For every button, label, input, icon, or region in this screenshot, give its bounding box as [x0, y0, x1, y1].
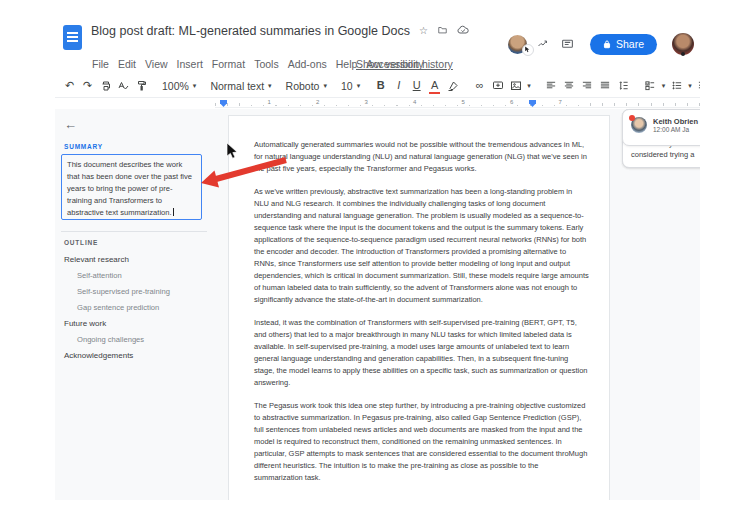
- document-canvas: ← SUMMARY This document describes the wo…: [55, 109, 700, 500]
- align-left-icon[interactable]: [545, 78, 558, 93]
- panel-divider: [61, 231, 207, 232]
- comment-text-line: considered trying a: [631, 149, 700, 160]
- outline-item[interactable]: Future work: [64, 315, 213, 331]
- move-folder-icon[interactable]: [437, 25, 448, 37]
- user-avatar[interactable]: [672, 33, 694, 55]
- docs-logo-icon[interactable]: [63, 25, 82, 50]
- chevron-down-icon[interactable]: ▾: [527, 82, 531, 90]
- header-actions: Share: [508, 30, 694, 58]
- ruler-number: 3: [342, 99, 391, 105]
- menu-item[interactable]: Help: [336, 58, 358, 70]
- align-center-icon[interactable]: [563, 78, 576, 93]
- share-button-label: Share: [616, 38, 644, 50]
- menu-item[interactable]: Insert: [177, 58, 203, 70]
- collaborator-cursor-badge: [522, 44, 534, 56]
- menu-item[interactable]: Tools: [254, 58, 279, 70]
- cloud-save-status-icon[interactable]: [457, 25, 469, 37]
- ruler-number: 1: [245, 99, 294, 105]
- chevron-down-icon: ▾: [357, 82, 361, 90]
- align-right-icon[interactable]: [581, 78, 594, 93]
- insert-link-icon[interactable]: ∞: [473, 78, 486, 93]
- outline-item[interactable]: Acknowledgements: [64, 347, 213, 363]
- summary-outline-panel: ← SUMMARY This document describes the wo…: [55, 109, 217, 500]
- outline-item[interactable]: Self-attention: [64, 267, 213, 283]
- outline-section-label: OUTLINE: [64, 239, 98, 246]
- justify-icon[interactable]: [599, 78, 612, 93]
- share-button[interactable]: Share: [590, 34, 657, 55]
- star-icon[interactable]: ☆: [419, 26, 428, 36]
- comment-card[interactable]: Keith Obrien 12:00 AM Ja: [622, 109, 700, 146]
- comment-timestamp: 12:00 AM Ja: [653, 126, 698, 133]
- title-row: Blog post draft: ML-generated summaries …: [91, 24, 469, 38]
- document-title[interactable]: Blog post draft: ML-generated summaries …: [91, 24, 410, 38]
- summary-text-input[interactable]: This document describes the work that ha…: [61, 154, 202, 220]
- ruler-number: 5: [439, 99, 488, 105]
- summary-section-label: SUMMARY: [64, 143, 103, 150]
- paragraph[interactable]: Instead, it was the combination of Trans…: [254, 317, 589, 389]
- add-comment-icon[interactable]: [491, 78, 504, 93]
- paint-format-icon[interactable]: [135, 78, 148, 93]
- ruler-number: 6: [488, 99, 537, 105]
- ruler-number: 4: [391, 99, 440, 105]
- chevron-down-icon: ▾: [268, 82, 272, 90]
- activity-trend-icon[interactable]: [536, 37, 551, 52]
- chevron-down-icon[interactable]: ▾: [662, 82, 666, 90]
- show-version-history-link[interactable]: Show version history: [356, 58, 453, 70]
- decrease-indent-icon[interactable]: [697, 78, 700, 93]
- line-spacing-icon[interactable]: [617, 78, 630, 93]
- bold-icon[interactable]: B: [374, 78, 387, 93]
- chevron-down-icon[interactable]: ▾: [688, 82, 692, 90]
- chevron-down-icon: ▾: [323, 82, 327, 90]
- ruler-number: 7: [536, 99, 585, 105]
- outline-item[interactable]: Ongoing challenges: [64, 331, 213, 347]
- underline-icon[interactable]: U: [410, 78, 423, 93]
- insert-image-icon[interactable]: [509, 78, 522, 93]
- menu-item[interactable]: Edit: [118, 58, 136, 70]
- menu-item[interactable]: View: [145, 58, 168, 70]
- bulleted-list-icon[interactable]: [670, 78, 683, 93]
- paragraph[interactable]: Automatically generated summaries would …: [254, 139, 589, 175]
- ruler[interactable]: 1234567: [215, 99, 700, 108]
- outline-item[interactable]: Gap sentence prediction: [64, 299, 213, 315]
- open-comments-icon[interactable]: [560, 37, 575, 52]
- redo-icon[interactable]: ↷: [81, 78, 94, 93]
- document-page[interactable]: Automatically generated summaries would …: [228, 115, 610, 500]
- menu-item[interactable]: File: [92, 58, 109, 70]
- close-panel-icon[interactable]: ←: [64, 117, 77, 132]
- paragraph[interactable]: As we've written previously, abstractive…: [254, 186, 589, 306]
- ruler-number: 2: [294, 99, 343, 105]
- outline-item[interactable]: Self-supervised pre-training: [64, 283, 213, 299]
- paragraph[interactable]: The Pegasus work took this idea one step…: [254, 400, 589, 484]
- comment-author-avatar: [631, 117, 647, 133]
- text-cursor: [173, 208, 174, 216]
- lock-icon: [603, 40, 611, 49]
- outline-list: Relevant researchSelf-attentionSelf-supe…: [64, 251, 213, 363]
- font-size-select[interactable]: 10▾: [341, 80, 360, 92]
- print-icon[interactable]: [99, 78, 112, 93]
- google-docs-window: Blog post draft: ML-generated summaries …: [55, 18, 700, 500]
- menu-item[interactable]: Add-ons: [288, 58, 327, 70]
- text-color-icon[interactable]: A: [428, 78, 441, 93]
- chevron-down-icon: ▾: [193, 82, 197, 90]
- font-select[interactable]: Roboto▾: [286, 80, 327, 92]
- checklist-icon[interactable]: [644, 78, 657, 93]
- formatting-toolbar: ↶ ↷ 100%▾ Normal text▾ Roboto▾ 10▾ B I U…: [55, 74, 700, 98]
- comment-author-name: Keith Obrien: [653, 117, 698, 126]
- outline-item[interactable]: Relevant research: [64, 251, 213, 267]
- collaborator-avatar[interactable]: [508, 35, 527, 54]
- highlight-color-icon[interactable]: [446, 78, 459, 93]
- document-text: Automatically generated summaries would …: [229, 116, 609, 484]
- zoom-select[interactable]: 100%▾: [162, 80, 196, 92]
- paragraph-style-select[interactable]: Normal text▾: [210, 80, 271, 92]
- spell-check-icon[interactable]: [117, 78, 130, 93]
- menu-item[interactable]: Format: [212, 58, 245, 70]
- italic-icon[interactable]: I: [392, 78, 405, 93]
- undo-icon[interactable]: ↶: [63, 78, 76, 93]
